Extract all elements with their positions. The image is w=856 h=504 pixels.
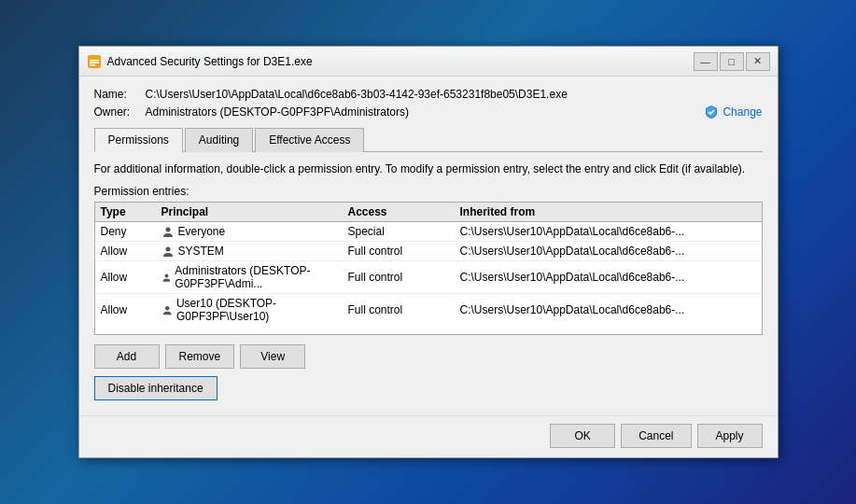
shield-icon — [704, 105, 719, 119]
svg-point-4 — [165, 227, 170, 231]
row-inherited-0: C:\Users\User10\AppData\Local\d6ce8ab6-.… — [460, 225, 756, 238]
table-header: Type Principal Access Inherited from — [95, 203, 762, 222]
row-type-0: Deny — [101, 225, 161, 238]
row-principal-2: Administrators (DESKTOP-G0PF3PF\Admi... — [161, 264, 348, 290]
svg-point-7 — [164, 306, 168, 310]
maximize-button[interactable]: □ — [720, 52, 744, 71]
row-access-0: Special — [348, 225, 460, 238]
dialog-icon — [87, 54, 102, 69]
section-label: Permission entries: — [94, 185, 763, 198]
row-principal-3: User10 (DESKTOP-G0PF3PF\User10) — [161, 297, 348, 323]
svg-rect-1 — [90, 60, 99, 62]
apply-button[interactable]: Apply — [697, 424, 763, 448]
row-principal-0: Everyone — [161, 225, 348, 238]
row-inherited-1: C:\Users\User10\AppData\Local\d6ce8ab6-.… — [460, 245, 756, 258]
title-bar: Advanced Security Settings for D3E1.exe … — [79, 47, 778, 77]
row-type-1: Allow — [101, 245, 161, 258]
name-row: Name: C:\Users\User10\AppData\Local\d6ce… — [94, 88, 763, 101]
user-icon-1 — [161, 245, 175, 258]
col-access: Access — [348, 205, 460, 218]
svg-point-6 — [164, 273, 168, 277]
title-controls: — □ ✕ — [694, 52, 770, 71]
cancel-button[interactable]: Cancel — [621, 424, 691, 448]
change-link[interactable]: Change — [723, 105, 762, 119]
owner-value: Administrators (DESKTOP-G0PF3PF\Administ… — [146, 105, 705, 119]
svg-point-5 — [165, 246, 170, 251]
tab-permissions[interactable]: Permissions — [94, 128, 183, 152]
col-inherited: Inherited from — [460, 205, 756, 218]
minimize-button[interactable]: — — [694, 52, 718, 71]
remove-button[interactable]: Remove — [165, 344, 235, 369]
row-access-1: Full control — [348, 245, 460, 258]
table-row[interactable]: Allow SYSTEM Full control C:\Users\User1… — [95, 242, 762, 261]
table-row[interactable]: Allow User10 (DESKTOP-G0PF3PF\User10) Fu… — [95, 294, 762, 326]
row-access-3: Full control — [348, 303, 460, 316]
col-principal: Principal — [161, 205, 348, 218]
name-label: Name: — [94, 88, 146, 101]
tabs-container: Permissions Auditing Effective Access — [94, 127, 763, 152]
ok-button[interactable]: OK — [550, 424, 615, 448]
svg-rect-0 — [88, 55, 101, 68]
tab-auditing[interactable]: Auditing — [185, 128, 253, 152]
permissions-table: Type Principal Access Inherited from Den… — [94, 202, 763, 335]
add-button[interactable]: Add — [94, 344, 160, 369]
row-access-2: Full control — [348, 271, 460, 284]
table-row[interactable]: Allow Administrators (DESKTOP-G0PF3PF\Ad… — [95, 261, 762, 294]
disable-inheritance-button[interactable]: Disable inheritance — [94, 376, 218, 400]
row-type-2: Allow — [101, 271, 161, 284]
owner-label: Owner: — [94, 105, 146, 119]
owner-row: Owner: Administrators (DESKTOP-G0PF3PF\A… — [94, 105, 763, 119]
svg-rect-3 — [90, 64, 95, 66]
table-body: Deny Everyone Special C:\Users\User10\Ap… — [95, 222, 762, 334]
dialog-title: Advanced Security Settings for D3E1.exe — [107, 55, 313, 68]
view-button[interactable]: View — [240, 344, 305, 369]
dialog-window: Advanced Security Settings for D3E1.exe … — [78, 46, 779, 458]
row-type-3: Allow — [101, 303, 161, 316]
dialog-footer: OK Cancel Apply — [79, 415, 778, 457]
tab-effective-access[interactable]: Effective Access — [255, 128, 364, 152]
user-icon-0 — [161, 225, 175, 238]
user-icon-3 — [161, 303, 173, 316]
dialog-body: Name: C:\Users\User10\AppData\Local\d6ce… — [79, 77, 778, 415]
table-row[interactable]: Deny Everyone Special C:\Users\User10\Ap… — [95, 222, 762, 242]
bottom-buttons: Add Remove View — [94, 344, 763, 369]
row-inherited-2: C:\Users\User10\AppData\Local\d6ce8ab6-.… — [460, 271, 756, 284]
row-inherited-3: C:\Users\User10\AppData\Local\d6ce8ab6-.… — [460, 303, 756, 316]
title-bar-left: Advanced Security Settings for D3E1.exe — [87, 54, 313, 69]
col-type: Type — [101, 205, 161, 218]
close-button[interactable]: ✕ — [746, 52, 770, 71]
svg-rect-2 — [90, 62, 99, 63]
description-text: For additional information, double-click… — [94, 161, 763, 177]
user-icon-2 — [161, 271, 172, 284]
row-principal-1: SYSTEM — [161, 245, 348, 258]
name-value: C:\Users\User10\AppData\Local\d6ce8ab6-3… — [146, 88, 763, 101]
